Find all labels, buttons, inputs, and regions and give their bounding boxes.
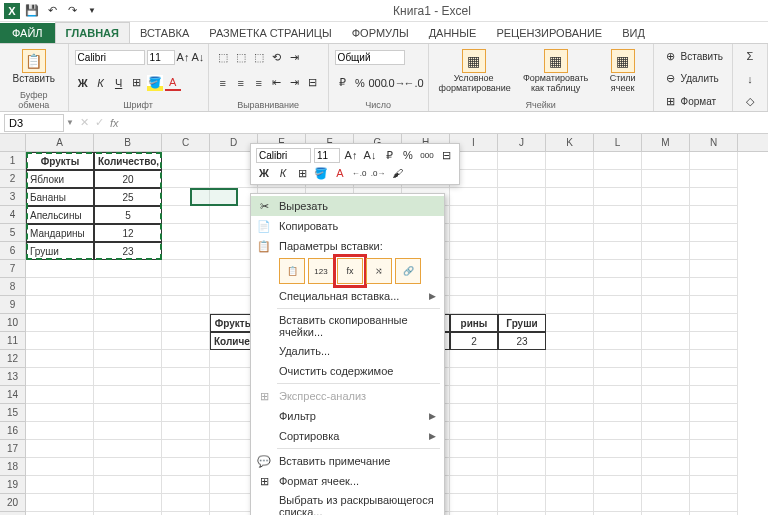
cell[interactable] xyxy=(498,422,546,440)
mini-font-size[interactable] xyxy=(314,148,340,163)
cell[interactable] xyxy=(162,368,210,386)
cell[interactable] xyxy=(450,224,498,242)
tab-page-layout[interactable]: РАЗМЕТКА СТРАНИЦЫ xyxy=(199,23,341,43)
cell[interactable] xyxy=(594,494,642,512)
cell[interactable] xyxy=(498,350,546,368)
cell[interactable] xyxy=(162,386,210,404)
number-format-select[interactable] xyxy=(335,50,405,65)
ctx-format-cells[interactable]: ⊞Формат ячеек... xyxy=(251,471,444,491)
cell[interactable]: Груши xyxy=(498,314,546,332)
cell[interactable] xyxy=(690,386,738,404)
cell[interactable] xyxy=(162,422,210,440)
format-as-table-button[interactable]: ▦ Форматировать как таблицу xyxy=(517,47,595,95)
cell[interactable] xyxy=(162,494,210,512)
cell[interactable] xyxy=(642,440,690,458)
ctx-delete[interactable]: Удалить... xyxy=(251,341,444,361)
mini-italic-icon[interactable]: К xyxy=(275,165,291,181)
cell[interactable] xyxy=(642,242,690,260)
cell[interactable] xyxy=(690,314,738,332)
row-header[interactable]: 7 xyxy=(0,260,26,278)
cell[interactable] xyxy=(162,206,210,224)
row-header[interactable]: 4 xyxy=(0,206,26,224)
cell[interactable] xyxy=(546,170,594,188)
tab-home[interactable]: ГЛАВНАЯ xyxy=(55,22,130,43)
cell[interactable] xyxy=(450,206,498,224)
paste-opt-link[interactable]: 🔗 xyxy=(395,258,421,284)
cell[interactable] xyxy=(94,476,162,494)
col-header[interactable]: K xyxy=(546,134,594,151)
redo-icon[interactable]: ↷ xyxy=(64,3,80,19)
decrease-font-icon[interactable]: A↓ xyxy=(191,49,204,65)
cell[interactable] xyxy=(642,458,690,476)
ctx-cut[interactable]: ✂Вырезать xyxy=(251,196,444,216)
mini-bold-icon[interactable]: Ж xyxy=(256,165,272,181)
cell[interactable]: Количество, кг xyxy=(94,152,162,170)
cell[interactable] xyxy=(450,260,498,278)
cell[interactable] xyxy=(162,242,210,260)
cell[interactable] xyxy=(546,188,594,206)
cell[interactable] xyxy=(546,278,594,296)
ctx-copy[interactable]: 📄Копировать xyxy=(251,216,444,236)
cell[interactable] xyxy=(450,242,498,260)
align-right-icon[interactable]: ≡ xyxy=(251,75,267,91)
cell[interactable] xyxy=(26,332,94,350)
cell[interactable] xyxy=(594,350,642,368)
formula-input[interactable] xyxy=(124,117,762,129)
cell[interactable] xyxy=(642,332,690,350)
cell[interactable] xyxy=(450,494,498,512)
cell[interactable] xyxy=(26,440,94,458)
mini-percent-icon[interactable]: % xyxy=(400,147,416,163)
decrease-decimal-icon[interactable]: ←.0 xyxy=(406,75,422,91)
row-header[interactable]: 15 xyxy=(0,404,26,422)
cell[interactable] xyxy=(162,296,210,314)
cell[interactable] xyxy=(26,458,94,476)
autosum-button[interactable]: Σ xyxy=(739,47,761,65)
ctx-insert-copied[interactable]: Вставить скопированные ячейки... xyxy=(251,311,444,341)
cell[interactable] xyxy=(690,206,738,224)
cell[interactable] xyxy=(26,278,94,296)
cell[interactable] xyxy=(642,170,690,188)
cell[interactable] xyxy=(546,152,594,170)
cell[interactable] xyxy=(642,314,690,332)
cell[interactable] xyxy=(94,386,162,404)
cell[interactable] xyxy=(450,476,498,494)
cell[interactable] xyxy=(594,458,642,476)
cell[interactable] xyxy=(94,422,162,440)
border-icon[interactable]: ⊞ xyxy=(129,75,145,91)
cell[interactable] xyxy=(94,404,162,422)
row-header[interactable]: 11 xyxy=(0,332,26,350)
col-header[interactable]: J xyxy=(498,134,546,151)
mini-grow-font-icon[interactable]: A↑ xyxy=(343,147,359,163)
wrap-text-icon[interactable]: ⇥ xyxy=(287,49,303,65)
col-header[interactable]: L xyxy=(594,134,642,151)
cell[interactable] xyxy=(162,440,210,458)
cell[interactable] xyxy=(594,404,642,422)
cancel-icon[interactable]: ✕ xyxy=(80,116,89,129)
paste-opt-transpose[interactable]: ⤭ xyxy=(366,258,392,284)
cell[interactable] xyxy=(450,422,498,440)
font-color-icon[interactable]: A xyxy=(165,75,181,91)
cell[interactable]: Груши xyxy=(26,242,94,260)
mini-font-name[interactable] xyxy=(256,148,311,163)
cell[interactable] xyxy=(594,386,642,404)
currency-icon[interactable]: ₽ xyxy=(335,75,351,91)
cell[interactable] xyxy=(162,458,210,476)
row-header[interactable]: 20 xyxy=(0,494,26,512)
cell[interactable] xyxy=(498,368,546,386)
cell[interactable] xyxy=(642,404,690,422)
cell[interactable] xyxy=(690,152,738,170)
cell[interactable] xyxy=(594,278,642,296)
align-left-icon[interactable]: ≡ xyxy=(215,75,231,91)
mini-dec-decimal-icon[interactable]: ←.0 xyxy=(351,165,367,181)
mini-fill-icon[interactable]: 🪣 xyxy=(313,165,329,181)
ctx-pick-from-list[interactable]: Выбрать из раскрывающегося списка... xyxy=(251,491,444,515)
tab-data[interactable]: ДАННЫЕ xyxy=(419,23,487,43)
mini-currency-icon[interactable]: ₽ xyxy=(381,147,397,163)
cell[interactable] xyxy=(690,440,738,458)
cell[interactable] xyxy=(26,494,94,512)
cell[interactable] xyxy=(162,224,210,242)
cell[interactable] xyxy=(546,206,594,224)
cell[interactable] xyxy=(642,476,690,494)
cell[interactable] xyxy=(546,314,594,332)
cell[interactable] xyxy=(498,278,546,296)
